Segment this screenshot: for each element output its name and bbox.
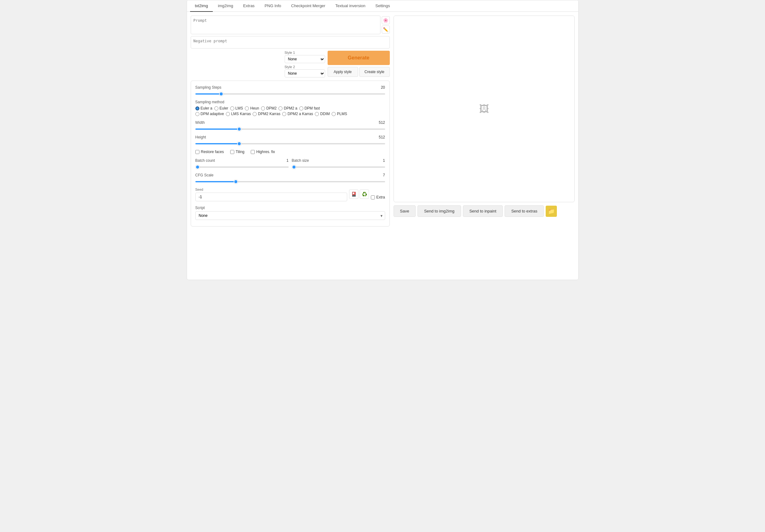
style2-label: Style 2 (285, 65, 325, 69)
seed-magic-btn[interactable]: 🎴 (349, 190, 359, 199)
seed-label: Seed (195, 188, 348, 191)
radio-lms[interactable]: LMS (230, 106, 243, 111)
height-value: 512 (379, 135, 385, 139)
prompt-input[interactable] (191, 16, 381, 34)
tab-textual-inversion[interactable]: Textual inversion (331, 0, 371, 12)
batch-count-col: Batch count 1 (195, 158, 289, 169)
cfg-scale-label: CFG Scale 7 (195, 173, 385, 177)
left-panel: 🌸 ✏️ Style 1 None (191, 16, 390, 227)
batch-count-label: Batch count 1 (195, 158, 289, 163)
tab-png-info[interactable]: PNG Info (260, 0, 286, 12)
batch-size-slider[interactable] (292, 167, 385, 168)
image-area: 🖼 (393, 16, 575, 202)
sampling-method-label: Sampling method (195, 100, 385, 104)
sampling-method-options: Euler a Euler LMS Heun DPM2 (195, 106, 385, 111)
radio-dpm-fast[interactable]: DPM fast (299, 106, 320, 111)
batch-count-slider[interactable] (195, 167, 289, 168)
script-label: Script (195, 206, 385, 210)
seed-input[interactable] (199, 195, 344, 199)
cfg-scale-slider[interactable] (195, 181, 385, 182)
script-select-wrapper: None (195, 211, 385, 220)
apply-style-button[interactable]: Apply style (328, 67, 358, 77)
seed-input-container (195, 193, 348, 201)
sampling-steps-value: 20 (381, 85, 385, 90)
sampling-method-row: Sampling method Euler a Euler LMS (195, 100, 385, 116)
batch-size-value: 1 (383, 158, 385, 163)
batch-size-label: Batch size 1 (292, 158, 385, 163)
settings-panel: Sampling Steps 20 Sampling method Euler … (191, 81, 390, 227)
bottom-actions: Save Send to img2img Send to inpaint Sen… (393, 205, 575, 217)
radio-plms[interactable]: PLMS (332, 112, 347, 116)
tiling-checkbox[interactable]: Tiling (230, 150, 245, 154)
restore-faces-checkbox[interactable]: Restore faces (195, 150, 224, 154)
height-row: Height 512 (195, 135, 385, 145)
radio-dpm2-a-karras[interactable]: DPM2 a Karras (282, 112, 313, 116)
radio-dpm2[interactable]: DPM2 (261, 106, 277, 111)
sampling-steps-label: Sampling Steps 20 (195, 85, 385, 90)
app-container: txt2img img2img Extras PNG Info Checkpoi… (187, 0, 579, 280)
cfg-scale-value: 7 (383, 173, 385, 177)
tab-extras[interactable]: Extras (238, 0, 260, 12)
batch-count-value: 1 (287, 158, 289, 163)
send-to-img2img-button[interactable]: Send to img2img (417, 205, 461, 217)
extra-checkbox[interactable]: Extra (371, 195, 385, 201)
style-action-btns: Apply style Create style (328, 67, 390, 77)
radio-lms-karras[interactable]: LMS Karras (226, 112, 251, 116)
style2-select[interactable]: None (285, 69, 325, 78)
height-slider[interactable] (195, 143, 385, 144)
style1-select[interactable]: None (285, 55, 325, 63)
sampling-steps-slider[interactable] (195, 93, 385, 95)
seed-row: Seed 🎴 ♻️ Extra (195, 188, 385, 201)
create-style-button[interactable]: Create style (359, 67, 390, 77)
prompt-icon-buttons: 🌸 ✏️ (382, 16, 390, 34)
tab-checkpoint-merger[interactable]: Checkpoint Merger (286, 0, 331, 12)
flower-icon-btn[interactable]: 🌸 (382, 16, 390, 24)
width-slider[interactable] (195, 129, 385, 130)
send-to-extras-button[interactable]: Send to extras (504, 205, 544, 217)
tab-bar: txt2img img2img Extras PNG Info Checkpoi… (187, 0, 578, 12)
right-panel: 🖼 Save Send to img2img Send to inpaint S… (393, 16, 575, 227)
radio-dpm-adaptive[interactable]: DPM adaptive (195, 112, 224, 116)
top-controls: 🌸 ✏️ (191, 16, 390, 49)
script-select[interactable]: None (195, 211, 385, 220)
negative-prompt-input[interactable] (191, 36, 390, 49)
folder-button[interactable]: 📁 (546, 206, 557, 217)
seed-icon-btns: 🎴 ♻️ (349, 190, 369, 200)
tab-settings[interactable]: Settings (371, 0, 395, 12)
batch-sliders: Batch count 1 Batch size 1 (195, 158, 385, 169)
radio-dpm2-karras[interactable]: DPM2 Karras (253, 112, 280, 116)
radio-dpm2-a[interactable]: DPM2 a (279, 106, 297, 111)
radio-ddim[interactable]: DDIM (315, 112, 330, 116)
main-layout: 🌸 ✏️ Style 1 None (187, 12, 578, 230)
checkbox-row: Restore faces Tiling Highres. fix (195, 150, 385, 154)
width-row: Width 512 (195, 120, 385, 131)
width-label: Width 512 (195, 120, 385, 125)
seed-recycle-btn[interactable]: ♻️ (360, 190, 369, 199)
style1-row: Style 1 None (285, 51, 325, 63)
radio-heun[interactable]: Heun (245, 106, 259, 111)
width-value: 512 (379, 120, 385, 125)
prompt-area: 🌸 ✏️ (191, 16, 390, 49)
generate-area: Generate Apply style Create style (328, 51, 390, 78)
style-controls: Style 1 None Style 2 None (285, 51, 325, 78)
tab-img2img[interactable]: img2img (213, 0, 238, 12)
send-to-inpaint-button[interactable]: Send to inpaint (463, 205, 503, 217)
highres-fix-checkbox[interactable]: Highres. fix (251, 150, 275, 154)
height-label: Height 512 (195, 135, 385, 139)
generate-button[interactable]: Generate (328, 51, 390, 65)
style2-select-wrapper: None (285, 69, 325, 78)
cfg-scale-row: CFG Scale 7 (195, 173, 385, 183)
pencil-icon-btn[interactable]: ✏️ (382, 26, 390, 34)
style1-select-wrapper: None (285, 55, 325, 63)
style-generate-row: Style 1 None Style 2 None (191, 51, 390, 78)
save-button[interactable]: Save (393, 205, 416, 217)
script-row: Script None (195, 206, 385, 220)
seed-field-wrapper: Seed (195, 188, 348, 201)
sampling-steps-row: Sampling Steps 20 (195, 85, 385, 96)
style2-row: Style 2 None (285, 65, 325, 78)
sampling-method-options-2: DPM adaptive LMS Karras DPM2 Karras DPM2… (195, 112, 385, 116)
batch-size-col: Batch size 1 (292, 158, 385, 169)
radio-euler[interactable]: Euler (214, 106, 228, 111)
tab-txt2img[interactable]: txt2img (190, 0, 213, 12)
radio-euler-a[interactable]: Euler a (195, 106, 213, 111)
